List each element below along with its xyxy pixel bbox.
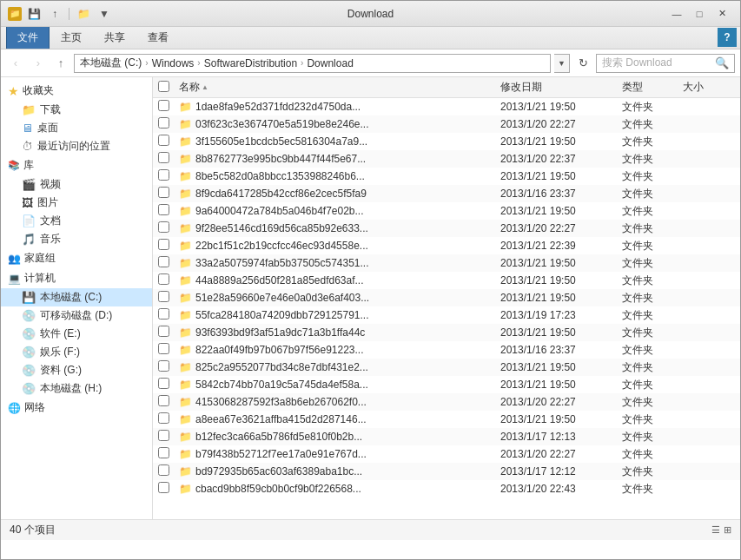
sidebar-item-drive-g[interactable]: 💿 资料 (G:) <box>1 361 152 379</box>
row-checkbox-21[interactable] <box>158 464 169 476</box>
sidebar-section-libraries[interactable]: 📚 库 <box>1 155 152 175</box>
table-row[interactable]: 📁 822aa0f49fb97b067b97f56e91223... 2013/… <box>153 341 740 359</box>
row-checkbox-22[interactable] <box>158 482 169 493</box>
close-button[interactable]: ✕ <box>711 5 733 23</box>
quick-access-save[interactable]: 💾 <box>25 6 43 22</box>
sidebar-section-computer[interactable]: 💻 计算机 <box>1 268 152 288</box>
table-row[interactable]: 📁 8b8762773e995bc9bb447f44f5e67... 2013/… <box>153 150 740 168</box>
table-row[interactable]: 📁 cbacd9bb8f59cb0b0cf9b0f226568... 2013/… <box>153 480 740 497</box>
row-checkbox-1[interactable] <box>158 117 169 128</box>
table-row[interactable]: 📁 9f28ee5146cd169d56ca85b92e633... 2013/… <box>153 220 740 237</box>
sidebar-item-music[interactable]: 🎵 音乐 <box>1 230 152 248</box>
sidebar-item-drive-e[interactable]: 💿 软件 (E:) <box>1 325 152 343</box>
tab-home[interactable]: 主页 <box>50 26 93 49</box>
table-row[interactable]: 📁 22bc1f51c2b19ccfcc46ec93d4558e... 2013… <box>153 237 740 254</box>
sidebar-section-network[interactable]: 🌐 网络 <box>1 398 152 418</box>
up-button[interactable]: ↑ <box>51 54 70 73</box>
row-checkbox-6[interactable] <box>158 204 169 215</box>
help-button[interactable]: ? <box>718 28 737 47</box>
table-row[interactable]: 📁 55fca284180a74209dbb729125791... 2013/… <box>153 306 740 324</box>
row-checkbox-16[interactable] <box>158 378 169 389</box>
search-box[interactable]: 搜索 Download 🔍 <box>596 54 735 73</box>
sidebar-item-desktop[interactable]: 🖥 桌面 <box>1 119 152 137</box>
quick-access-up[interactable]: ↑ <box>46 6 63 22</box>
row-checkbox-20[interactable] <box>158 447 169 458</box>
row-checkbox-14[interactable] <box>158 343 169 354</box>
table-row[interactable]: 📁 3f155605e1bcdcb5ec5816304a7a9... 2013/… <box>153 133 740 150</box>
sidebar-item-video[interactable]: 🎬 视频 <box>1 175 152 194</box>
table-row[interactable]: 📁 825c2a9552077bd34c8e7dbf431e2... 2013/… <box>153 359 740 376</box>
row-checkbox-11[interactable] <box>158 291 169 302</box>
sidebar-item-download[interactable]: 📁 下载 <box>1 101 152 119</box>
sidebar-item-recent[interactable]: ⏱ 最近访问的位置 <box>1 137 152 155</box>
row-checkbox-12[interactable] <box>158 308 169 320</box>
sidebar-item-drive-c[interactable]: 💾 本地磁盘 (C:) <box>1 288 152 306</box>
sidebar-item-drive-d[interactable]: 💿 可移动磁盘 (D:) <box>1 306 152 325</box>
quick-access-new-folder[interactable]: 📁 <box>75 6 92 22</box>
address-path[interactable]: 本地磁盘 (C:) › Windows › SoftwareDistributi… <box>74 54 551 73</box>
col-header-date[interactable]: 修改日期 <box>500 80 622 95</box>
tab-view[interactable]: 查看 <box>136 26 180 49</box>
row-checkbox-8[interactable] <box>158 239 169 250</box>
row-checkbox-15[interactable] <box>158 360 169 372</box>
col-header-name[interactable]: 名称 ▲ <box>179 80 500 95</box>
sidebar-item-drive-f[interactable]: 💿 娱乐 (F:) <box>1 343 152 361</box>
row-checkbox-10[interactable] <box>158 273 169 285</box>
maximize-button[interactable]: □ <box>688 5 711 23</box>
col-header-type[interactable]: 类型 <box>622 80 683 95</box>
table-row[interactable]: 📁 b12fec3ca66a5b786fd5e810f0b2b... 2013/… <box>153 428 740 445</box>
table-row[interactable]: 📁 8be5c582d0a8bbcc1353988246b6... 2013/1… <box>153 168 740 185</box>
row-checkbox-2[interactable] <box>158 135 169 146</box>
row-checkbox-9[interactable] <box>158 256 169 267</box>
row-checkbox-17[interactable] <box>158 395 169 406</box>
row-checkbox-19[interactable] <box>158 430 169 441</box>
sidebar-section-homegroup[interactable]: 👥 家庭组 <box>1 248 152 268</box>
table-row[interactable]: 📁 1dae8fa9e52d371fdd232d4750da... 2013/1… <box>153 98 740 115</box>
select-all-checkbox[interactable] <box>158 81 169 92</box>
view-details-icon[interactable]: ☰ <box>711 524 720 536</box>
table-row[interactable]: 📁 51e28a59660e7e46e0a0d3e6af403... 2013/… <box>153 289 740 306</box>
row-checkbox-13[interactable] <box>158 326 169 337</box>
table-row[interactable]: 📁 bd972935b65ac603af6389aba1bc... 2013/1… <box>153 463 740 480</box>
network-label: 网络 <box>24 400 45 415</box>
tab-share[interactable]: 共享 <box>93 26 136 49</box>
view-large-icon[interactable]: ⊞ <box>724 524 731 536</box>
table-row[interactable]: 📁 a8eea67e3621affba415d2d287146... 2013/… <box>153 411 740 428</box>
network-icon: 🌐 <box>8 402 21 414</box>
minimize-button[interactable]: — <box>665 5 688 23</box>
file-name: 822aa0f49fb97b067b97f56e91223... <box>195 344 364 356</box>
tab-file[interactable]: 文件 <box>6 26 50 49</box>
path-segment-1[interactable]: Windows <box>152 57 195 69</box>
row-checkbox-0[interactable] <box>158 100 169 111</box>
row-checkbox-5[interactable] <box>158 187 169 198</box>
col-header-size[interactable]: 大小 <box>683 80 735 95</box>
computer-label: 计算机 <box>24 271 56 286</box>
table-row[interactable]: 📁 8f9cda6417285b42ccf86e2cec5f5fa9 2013/… <box>153 185 740 202</box>
back-button[interactable]: ‹ <box>6 54 25 73</box>
table-row[interactable]: 📁 5842cb74bb70a19c5a745da4ef58a... 2013/… <box>153 376 740 393</box>
table-row[interactable]: 📁 33a2a5075974fab5b37505c574351... 2013/… <box>153 254 740 272</box>
address-dropdown[interactable]: ▼ <box>554 54 570 73</box>
sidebar-section-favorites[interactable]: ★ 收藏夹 <box>1 81 152 101</box>
refresh-button[interactable]: ↻ <box>573 54 592 73</box>
table-row[interactable]: 📁 4153068287592f3a8b6eb267062f0... 2013/… <box>153 393 740 411</box>
table-row[interactable]: 📁 93f6393bd9f3af51a9dc71a3b1ffa44c 2013/… <box>153 324 740 341</box>
row-checkbox-4[interactable] <box>158 169 169 181</box>
table-row[interactable]: 📁 03f623c3e367470e5a519be8e246e... 2013/… <box>153 115 740 133</box>
table-row[interactable]: 📁 b79f438b52712f7ee17a0e91e767d... 2013/… <box>153 445 740 463</box>
forward-button[interactable]: › <box>29 54 48 73</box>
table-row[interactable]: 📁 9a64000472a784b5a046b4f7e02b... 2013/1… <box>153 202 740 220</box>
quick-access-dropdown[interactable]: ▼ <box>96 6 113 22</box>
row-checkbox-3[interactable] <box>158 152 169 163</box>
path-segment-0[interactable]: 本地磁盘 (C:) <box>80 56 142 70</box>
sidebar-item-drive-h[interactable]: 💿 本地磁盘 (H:) <box>1 379 152 398</box>
path-segment-3[interactable]: Download <box>307 57 353 69</box>
file-type: 文件夹 <box>622 308 683 323</box>
row-checkbox-18[interactable] <box>158 412 169 424</box>
row-checkbox-7[interactable] <box>158 221 169 233</box>
table-row[interactable]: 📁 44a8889a256d50f281a85edfd63af... 2013/… <box>153 272 740 289</box>
file-type: 文件夹 <box>622 326 683 340</box>
sidebar-item-documents[interactable]: 📄 文档 <box>1 212 152 230</box>
path-segment-2[interactable]: SoftwareDistribution <box>204 57 297 69</box>
sidebar-item-pictures[interactable]: 🖼 图片 <box>1 194 152 212</box>
